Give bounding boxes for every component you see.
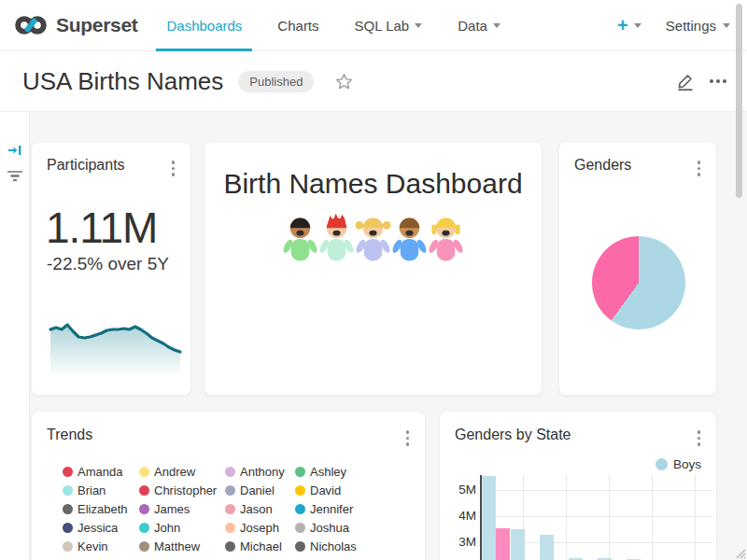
expand-filter-bar-button[interactable]: [7, 142, 23, 162]
legend-dot: [63, 504, 73, 514]
resize-grip-icon[interactable]: [733, 546, 746, 559]
nav-tab-dashboards[interactable]: Dashboards: [148, 0, 260, 50]
legend-item-elizabeth[interactable]: Elizabeth: [63, 500, 139, 519]
legend-item-nicholas[interactable]: Nicholas: [295, 538, 384, 556]
card-menu-kebab-icon[interactable]: [695, 427, 704, 450]
card-menu-kebab-icon[interactable]: [403, 427, 413, 450]
legend-label: Matthew: [154, 539, 200, 553]
genders-pie-chart[interactable]: [592, 236, 685, 329]
nav-tab-data[interactable]: Data: [440, 0, 518, 50]
status-badge[interactable]: Published: [238, 71, 314, 92]
card-title: Genders: [574, 157, 631, 174]
legend-item-christopher[interactable]: Christopher: [139, 482, 225, 500]
big-number-subheader: -22.5% over 5Y: [47, 254, 190, 274]
child-icon: [428, 213, 464, 265]
legend-label: Jennifer: [310, 502, 353, 516]
brand-home-link[interactable]: Superset: [13, 0, 137, 50]
legend-item-brian[interactable]: Brian: [63, 482, 139, 500]
card-menu-kebab-icon[interactable]: [695, 157, 704, 180]
legend-label: Brian: [78, 483, 106, 497]
bar-boys[interactable]: [511, 529, 525, 560]
genders-by-state-chart: 5M 4M 3M: [440, 475, 712, 560]
legend-label: Nicholas: [310, 539, 357, 553]
legend-dot: [139, 504, 149, 514]
bar-girls[interactable]: [496, 528, 510, 560]
y-axis-tick: 4M: [447, 509, 476, 524]
legend-item-jason[interactable]: Jason: [225, 500, 295, 519]
legend-item-thomas[interactable]: Thomas: [295, 556, 384, 560]
legend-label: David: [310, 483, 341, 497]
nav-label: Data: [458, 18, 487, 34]
nav-tab-charts[interactable]: Charts: [260, 0, 336, 50]
more-actions-button[interactable]: [710, 79, 726, 83]
filter-button[interactable]: [7, 168, 23, 187]
legend-item-ryan[interactable]: Ryan: [139, 556, 225, 560]
legend-dot: [225, 504, 235, 514]
legend-item-matthew[interactable]: Matthew: [139, 538, 225, 556]
big-number-value: 1.11M: [46, 204, 190, 252]
y-axis-tick: 5M: [447, 483, 476, 497]
pencil-icon: [674, 70, 697, 92]
legend-item-andrew[interactable]: Andrew: [139, 463, 225, 482]
child-icon: [391, 213, 428, 265]
legend-item-sarah[interactable]: Sarah: [225, 556, 295, 560]
filter-lines-icon: [7, 168, 23, 183]
gbs-legend-dot: [655, 458, 668, 470]
legend-item-ashley[interactable]: Ashley: [295, 463, 384, 482]
vertical-scrollbar[interactable]: [736, 4, 742, 198]
filter-sidebar: [0, 112, 30, 560]
legend-item-john[interactable]: John: [139, 519, 225, 538]
legend-label: Anthony: [240, 465, 285, 479]
chevron-down-icon: [493, 23, 500, 28]
legend-label: Michael: [240, 539, 282, 553]
title-actions: [674, 70, 726, 92]
legend-dot: [295, 485, 305, 496]
legend-dot: [139, 467, 149, 477]
legend-item-anthony[interactable]: Anthony: [225, 463, 295, 482]
nav-tab-sql-lab[interactable]: SQL Lab: [337, 0, 441, 50]
chevron-down-icon: [723, 23, 730, 28]
legend-label: James: [154, 502, 190, 516]
legend-item-robert[interactable]: Robert: [63, 556, 139, 560]
card-genders: Genders: [558, 141, 717, 396]
legend-item-kevin[interactable]: Kevin: [63, 538, 139, 556]
legend-dot: [295, 541, 305, 552]
legend-label: Christopher: [154, 483, 217, 497]
card-menu-kebab-icon[interactable]: [169, 157, 178, 180]
trends-legend: AmandaAndrewAnthonyAshleyBrianChristophe…: [63, 463, 425, 560]
legend-item-david[interactable]: David: [295, 482, 384, 500]
new-item-button[interactable]: +: [617, 16, 641, 35]
main-nav: Dashboards Charts SQL Lab Data: [148, 0, 517, 50]
legend-item-daniel[interactable]: Daniel: [225, 482, 295, 500]
legend-item-joseph[interactable]: Joseph: [225, 519, 295, 538]
ellipsis-icon: [710, 79, 713, 83]
legend-item-boys[interactable]: Boys: [440, 457, 716, 471]
settings-menu-button[interactable]: Settings: [666, 18, 730, 34]
legend-dot: [295, 467, 305, 477]
legend-item-jessica[interactable]: Jessica: [63, 519, 139, 538]
legend-label: Elizabeth: [78, 502, 127, 516]
markdown-heading: Birth Names Dashboard: [204, 168, 542, 200]
legend-label: Ashley: [310, 465, 346, 479]
legend-dot: [63, 485, 73, 496]
edit-dashboard-button[interactable]: [674, 70, 697, 92]
legend-item-michael[interactable]: Michael: [225, 538, 295, 556]
bar-boys[interactable]: [482, 476, 496, 560]
card-participants: Participants 1.11M -22.5% over 5Y: [31, 141, 191, 396]
brand-name: Superset: [56, 14, 137, 36]
favorite-star-button[interactable]: [334, 72, 354, 91]
gbs-legend-label: Boys: [673, 457, 701, 471]
gridline: [652, 475, 653, 560]
legend-dot: [139, 485, 149, 496]
bar-boys[interactable]: [540, 535, 554, 560]
legend-item-amanda[interactable]: Amanda: [63, 463, 139, 482]
legend-item-jennifer[interactable]: Jennifer: [295, 500, 384, 519]
top-navigation: Superset Dashboards Charts SQL Lab Data …: [0, 0, 747, 51]
card-title: Genders by State: [455, 427, 571, 443]
legend-item-joshua[interactable]: Joshua: [295, 519, 384, 538]
legend-item-james[interactable]: James: [139, 500, 225, 519]
gridline: [609, 475, 610, 560]
card-markdown-header: Birth Names Dashboard: [204, 141, 543, 396]
legend-label: Daniel: [240, 483, 275, 497]
gridline: [695, 475, 696, 560]
